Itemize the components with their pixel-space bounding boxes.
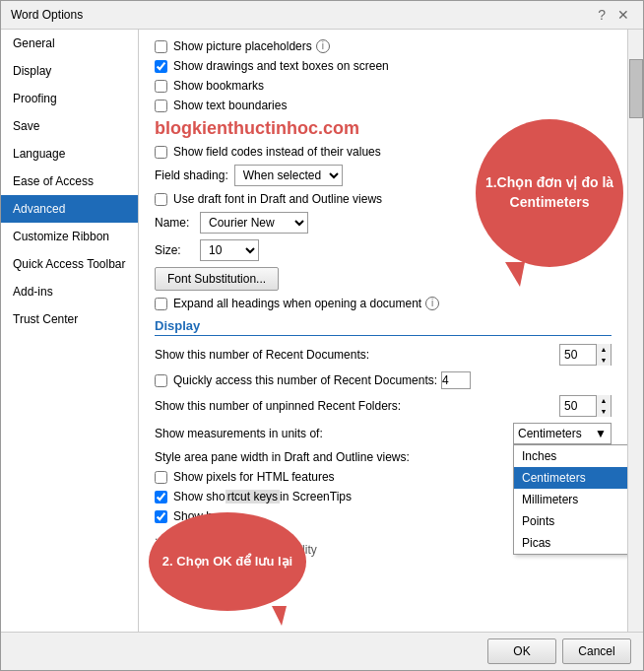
checkbox-draft-font[interactable] — [155, 193, 167, 206]
recent-folders-row: Show this number of unpinned Recent Fold… — [155, 395, 612, 417]
close-icon[interactable]: ✕ — [613, 7, 633, 23]
info-icon-expand[interactable]: i — [425, 297, 439, 310]
units-dropdown-container: Centimeters ▼ Inches Centimeters Millime… — [513, 423, 612, 444]
recent-docs-up[interactable]: ▲ — [597, 344, 611, 355]
section-display-header: Display — [155, 318, 612, 336]
option-show-text-boundaries: Show text boundaries — [155, 99, 612, 112]
checkbox-show-placeholders[interactable] — [155, 40, 167, 53]
recent-docs-label: Show this number of Recent Documents: — [155, 348, 559, 362]
title-bar: Word Options ? ✕ — [1, 1, 643, 30]
unit-picas[interactable]: Picas — [514, 532, 627, 554]
label-screentips3: in ScreenTips — [280, 490, 352, 503]
scrollbar[interactable] — [627, 30, 643, 632]
measurements-label: Show measurements in units of: — [155, 427, 513, 440]
option-show-placeholders: Show picture placeholders i — [155, 39, 612, 53]
sidebar-item-quick-access[interactable]: Quick Access Toolbar — [1, 250, 138, 278]
checkbox-show-text-boundaries[interactable] — [155, 100, 167, 112]
sidebar-item-proofing[interactable]: Proofing — [1, 85, 138, 112]
dialog-footer: OK Cancel — [1, 632, 643, 670]
units-current-value: Centimeters — [518, 427, 582, 440]
recent-folders-input[interactable] — [560, 399, 596, 413]
font-name-select[interactable]: Courier New — [200, 212, 308, 234]
recent-folders-up[interactable]: ▲ — [597, 395, 611, 406]
sidebar-item-advanced[interactable]: Advanced — [1, 195, 138, 223]
font-size-select[interactable]: 10 — [200, 239, 259, 261]
sidebar-item-save[interactable]: Save — [1, 112, 138, 140]
label-expand-headings: Expand all headings when opening a docum… — [173, 297, 421, 310]
checkbox-show-bookmarks[interactable] — [155, 80, 167, 93]
field-shading-select[interactable]: Always When selected Never — [234, 165, 343, 186]
ok-button[interactable]: OK — [487, 638, 556, 664]
unit-points[interactable]: Points — [514, 510, 627, 532]
units-dropdown-button[interactable]: Centimeters ▼ — [513, 423, 612, 444]
label-screentips2: rtcut keys — [225, 490, 280, 503]
name-label: Name: — [155, 216, 200, 230]
scroll-thumb[interactable] — [629, 59, 643, 118]
label-field-codes: Show field codes instead of their values — [173, 145, 381, 159]
recent-docs-input[interactable] — [560, 348, 596, 362]
units-chevron-icon: ▼ — [595, 427, 607, 440]
label-show-placeholders: Show picture placeholders — [173, 39, 312, 53]
size-label: Size: — [155, 243, 200, 257]
label-show-bookmarks: Show bookmarks — [173, 79, 264, 93]
quick-access-input[interactable] — [441, 371, 471, 389]
recent-folders-label: Show this number of unpinned Recent Fold… — [155, 399, 559, 413]
dialog-title: Word Options — [11, 8, 83, 22]
scroll-track — [628, 30, 643, 632]
sidebar-item-customize-ribbon[interactable]: Customize Ribbon — [1, 223, 138, 250]
info-bubble-2: 2. Chọn OK để lưu lại — [149, 512, 306, 611]
sidebar-item-ease[interactable]: Ease of Access — [1, 168, 138, 195]
measurements-row: Show measurements in units of: Centimete… — [155, 423, 612, 444]
recent-folders-down[interactable]: ▼ — [597, 406, 611, 417]
cancel-button[interactable]: Cancel — [562, 638, 631, 664]
recent-docs-down[interactable]: ▼ — [597, 355, 611, 366]
sidebar-item-display[interactable]: Display — [1, 57, 138, 85]
checkbox-field-codes[interactable] — [155, 146, 167, 159]
sidebar: General Display Proofing Save Language E… — [1, 30, 139, 632]
quick-access-row: Quickly access this number of Recent Doc… — [155, 371, 612, 389]
field-shading-label: Field shading: — [155, 168, 228, 182]
sidebar-item-general[interactable]: General — [1, 30, 138, 57]
sidebar-item-addins[interactable]: Add-ins — [1, 278, 138, 305]
checkbox-html-pixels[interactable] — [155, 471, 167, 484]
word-options-dialog: Word Options ? ✕ General Display Proofin… — [0, 0, 644, 671]
label-draft-font: Use draft font in Draft and Outline view… — [173, 192, 382, 206]
font-substitution-button[interactable]: Font Substitution... — [155, 267, 279, 291]
title-bar-controls: ? ✕ — [594, 7, 633, 23]
sidebar-item-language[interactable]: Language — [1, 140, 138, 168]
unit-centimeters[interactable]: Centimeters — [514, 467, 627, 489]
units-dropdown-list: Inches Centimeters Millimeters Points Pi… — [513, 444, 627, 555]
label-quick-access: Quickly access this number of Recent Doc… — [173, 373, 437, 387]
checkbox-screentips[interactable] — [155, 491, 167, 503]
unit-inches[interactable]: Inches — [514, 445, 627, 467]
label-html-pixels: Show pixels for HTML features — [173, 470, 335, 484]
label-show-drawings: Show drawings and text boxes on screen — [173, 59, 389, 73]
option-expand-headings: Expand all headings when opening a docum… — [155, 297, 612, 310]
label-screentips: Show sho — [173, 490, 225, 503]
recent-docs-row: Show this number of Recent Documents: ▲ … — [155, 344, 612, 366]
label-show-text-boundaries: Show text boundaries — [173, 99, 287, 112]
info-icon-placeholders[interactable]: i — [316, 39, 330, 53]
checkbox-quick-access[interactable] — [155, 374, 167, 387]
option-show-drawings: Show drawings and text boxes on screen — [155, 59, 612, 73]
checkbox-layout[interactable] — [155, 510, 167, 523]
sidebar-item-trust-center[interactable]: Trust Center — [1, 305, 138, 333]
checkbox-expand-headings[interactable] — [155, 298, 167, 310]
option-show-bookmarks: Show bookmarks — [155, 79, 612, 93]
info-bubble-1: 1.Chọn đơn vị đo là Centimeters — [476, 119, 623, 267]
help-icon[interactable]: ? — [594, 7, 610, 23]
checkbox-show-drawings[interactable] — [155, 60, 167, 73]
unit-millimeters[interactable]: Millimeters — [514, 489, 627, 510]
